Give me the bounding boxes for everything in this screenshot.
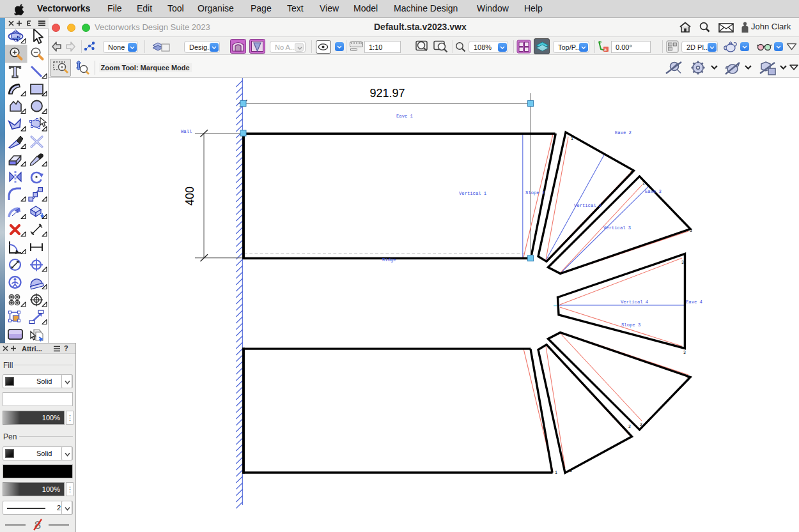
svg-text:2: 2: [642, 181, 645, 186]
svg-text:Eave 2: Eave 2: [615, 130, 632, 135]
svg-text:Vertical 2: Vertical 2: [574, 203, 601, 208]
svg-text:2: 2: [640, 423, 642, 427]
svg-text:1: 1: [571, 137, 573, 141]
svg-text:3: 3: [690, 229, 692, 233]
svg-text:Vertical 3: Vertical 3: [603, 225, 631, 231]
svg-text:Wall: Wall: [181, 129, 192, 134]
svg-text:3: 3: [681, 261, 684, 265]
svg-text:Vertical 1: Vertical 1: [459, 191, 486, 196]
svg-text:Ridge: Ridge: [382, 257, 396, 262]
svg-text:Slope 3: Slope 3: [621, 323, 640, 328]
svg-text:2: 2: [628, 425, 631, 429]
svg-text:2: 2: [630, 171, 633, 176]
svg-text:Vertical 4: Vertical 4: [621, 300, 648, 305]
svg-text:921.97: 921.97: [369, 87, 405, 100]
svg-text:1: 1: [554, 134, 557, 139]
svg-text:Eave 3: Eave 3: [645, 189, 662, 194]
svg-text:1: 1: [555, 471, 557, 475]
svg-text:Slope 2: Slope 2: [525, 190, 545, 195]
svg-text:3: 3: [687, 377, 689, 382]
svg-text:3: 3: [683, 351, 686, 355]
svg-text:Eave 4: Eave 4: [686, 300, 702, 305]
svg-text:Eave 1: Eave 1: [396, 114, 413, 119]
svg-text:400: 400: [183, 186, 196, 206]
svg-text:1: 1: [570, 469, 572, 473]
